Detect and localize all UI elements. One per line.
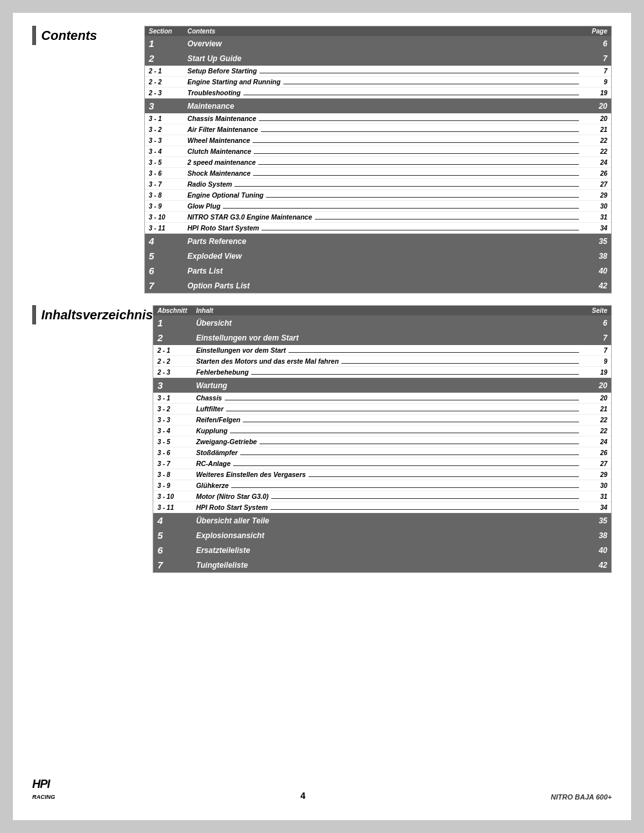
dots <box>266 197 579 198</box>
section-row: 7 Option Parts List 42 <box>145 278 611 293</box>
section-number: 3 <box>157 380 196 391</box>
subsection-page: 27 <box>582 460 607 467</box>
subsection-page: 20 <box>582 395 607 402</box>
subsection-page: 7 <box>582 68 607 75</box>
subsection-page: 19 <box>582 369 607 376</box>
subsection-title: Clutch Maintenance <box>187 147 582 155</box>
subsection-number: 3 - 5 <box>157 438 196 445</box>
subsection-page: 7 <box>582 347 607 354</box>
subsection-page: 34 <box>582 504 607 511</box>
subsection-number: 3 - 3 <box>157 416 196 424</box>
subsection-row: 3 - 4 Clutch Maintenance 22 <box>145 146 611 157</box>
section-title: Tuingteileliste <box>196 561 582 570</box>
section-row: 2 Einstellungen vor dem Start 7 <box>153 330 611 345</box>
dots <box>251 374 579 375</box>
subsection-title: NITRO STAR G3.0 Engine Maintenance <box>187 213 582 221</box>
section-title: Übersicht <box>196 319 582 328</box>
section-number: 6 <box>157 545 196 556</box>
section-row: 4 Parts Reference 35 <box>145 234 611 248</box>
subsection-page: 21 <box>582 126 607 133</box>
german-header-contents: Inhalt <box>196 307 582 314</box>
subsection-row: 3 - 6 Shock Maintenance 26 <box>145 168 611 179</box>
subsection-number: 3 - 2 <box>149 126 187 133</box>
section-number: 2 <box>157 332 196 343</box>
section-title: Übersicht aller Teile <box>196 516 582 525</box>
subsection-title: 2 speed maintenance <box>187 158 582 166</box>
dots <box>260 73 579 73</box>
section-number: 1 <box>157 317 196 328</box>
subsection-page: 27 <box>582 181 607 188</box>
section-row: 3 Maintenance 20 <box>145 98 611 113</box>
subsection-page: 22 <box>582 416 607 424</box>
subsection-number: 3 - 8 <box>157 471 196 478</box>
section-title: Option Parts List <box>187 281 582 290</box>
dots <box>258 164 579 165</box>
section-page: 42 <box>582 281 607 290</box>
subsection-row: 3 - 1 Chassis Maintenance 20 <box>145 113 611 124</box>
subsection-row: 3 - 6 Stoßdämpfer 26 <box>153 447 611 458</box>
section-page: 35 <box>582 237 607 246</box>
section-number: 5 <box>157 530 196 541</box>
subsection-row: 3 - 11 HPI Roto Start System 34 <box>145 223 611 234</box>
dots <box>308 476 579 477</box>
subsection-page: 19 <box>582 89 607 97</box>
subsection-page: 22 <box>582 148 607 155</box>
section-title: Einstellungen vor dem Start <box>196 333 582 342</box>
subsection-number: 3 - 1 <box>157 395 196 402</box>
subsection-page: 30 <box>582 482 607 489</box>
subsection-page: 9 <box>582 79 607 86</box>
english-table-header: Section Contents Page <box>145 26 611 36</box>
section-row: 6 Parts List 40 <box>145 263 611 278</box>
german-header-section: Abschnitt <box>157 307 196 314</box>
dots <box>271 498 579 499</box>
subsection-page: 30 <box>582 203 607 210</box>
subsection-row: 3 - 9 Glow Plug 30 <box>145 201 611 212</box>
dots <box>226 411 579 411</box>
subsection-page: 20 <box>582 115 607 122</box>
section-page: 38 <box>582 531 607 540</box>
subsection-title: Chassis <box>196 394 582 402</box>
section-number: 5 <box>149 250 187 261</box>
section-page: 6 <box>582 319 607 328</box>
german-toc-block: Inhaltsverzeichnis Abschnitt Inhalt Seit… <box>32 305 612 573</box>
subsection-row: 3 - 3 Reifen/Felgen 22 <box>153 415 611 426</box>
subsection-title: Chassis Maintenance <box>187 115 582 122</box>
subsection-row: 3 - 5 Zweigang-Getriebe 24 <box>153 436 611 447</box>
subsection-row: 2 - 1 Einstellungen vor dem Start 7 <box>153 345 611 356</box>
title-bar-german <box>32 305 36 324</box>
subsection-number: 3 - 1 <box>149 115 187 122</box>
header-section: Section <box>149 28 187 35</box>
subsection-title: Starten des Motors und das erste Mal fah… <box>196 357 582 365</box>
subsection-page: 24 <box>582 159 607 166</box>
subsection-page: 29 <box>582 192 607 199</box>
dots <box>240 454 579 455</box>
subsection-number: 3 - 11 <box>157 504 196 511</box>
page-footer: HPI RACING 4 NITRO BAJA 600+ <box>32 771 612 801</box>
subsection-title: Fehlerbehebung <box>196 368 582 376</box>
dots <box>230 433 579 433</box>
subsection-number: 3 - 6 <box>149 170 187 177</box>
subsection-number: 3 - 7 <box>157 460 196 467</box>
header-page: Page <box>582 28 607 35</box>
subsection-row: 2 - 1 Setup Before Starting 7 <box>145 66 611 77</box>
german-rows: 1 Übersicht 6 2 Einstellungen vor dem St… <box>153 315 611 572</box>
dots <box>315 219 579 220</box>
dots <box>283 84 579 84</box>
english-toc-block: Contents Section Contents Page 1 Overvie… <box>32 26 612 294</box>
section-number: 7 <box>149 280 187 291</box>
section-page: 20 <box>582 102 607 111</box>
subsection-page: 31 <box>582 214 607 221</box>
section-page: 7 <box>582 333 607 342</box>
section-title: Exploded View <box>187 252 582 261</box>
subsection-number: 2 - 1 <box>157 347 196 354</box>
subsection-title: Radio System <box>187 180 582 188</box>
subsection-title: Luftfilter <box>196 405 582 413</box>
dots <box>289 352 579 353</box>
subsection-title: Zweigang-Getriebe <box>196 438 582 445</box>
subsection-row: 3 - 8 Weiteres Einstellen des Vergasers … <box>153 469 611 480</box>
german-table: Abschnitt Inhalt Seite 1 Übersicht 6 2 E… <box>153 305 612 573</box>
section-number: 4 <box>157 515 196 526</box>
title-bar-english <box>32 26 36 45</box>
subsection-title: Troubleshooting <box>187 89 582 97</box>
section-page: 40 <box>582 267 607 276</box>
